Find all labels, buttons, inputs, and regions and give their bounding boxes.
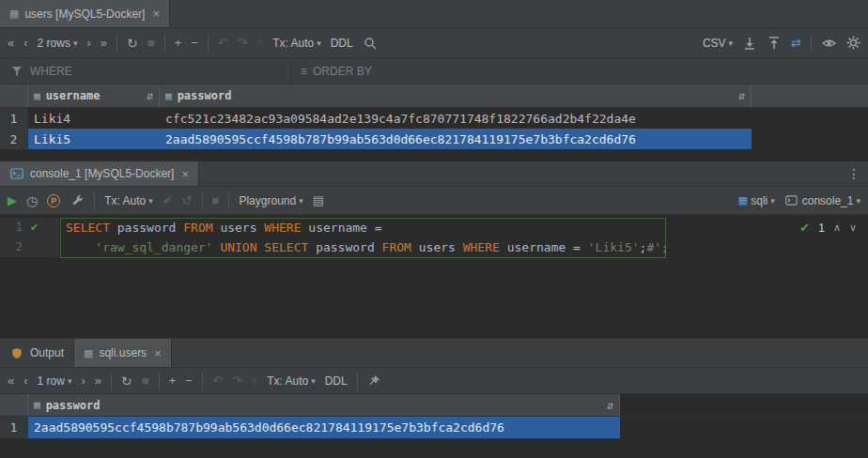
cell-username[interactable]: Liki5 [28,129,160,149]
schema-dropdown[interactable]: ▦sqli▾ [738,194,775,207]
sql-code-line[interactable]: SELECT password FROM users WHERE usernam… [58,218,382,237]
history-clock-icon[interactable]: ◷ [26,193,38,208]
chevron-down-icon: ▾ [729,38,734,48]
tab-users-grid[interactable]: ▦ users [MySQL5-Docker] × [0,0,170,27]
cell-password[interactable]: 2aad5890595ccf4598b787b99ab563d0d66ec821… [28,417,620,438]
wrench-icon[interactable] [70,193,85,208]
last-page-button[interactable]: » [101,36,107,50]
close-icon[interactable]: × [152,7,160,21]
parameters-icon[interactable]: P [47,194,60,207]
cell-password[interactable]: cfc521c23482ac93a09584ad2e139c4a7fc87077… [160,108,752,129]
editor-tab-bar: ▦ users [MySQL5-Docker] × [0,0,868,28]
next-page-button[interactable]: › [86,36,90,50]
submit-icon: ↑ [252,374,258,388]
statement-result-widget: ✔ 1 ∧ ∨ [799,221,857,235]
gear-icon[interactable] [845,36,860,51]
session-console-icon [784,193,799,208]
column-header-password[interactable]: ▦ password ⇵ [160,84,752,107]
page-size-dropdown[interactable]: 1 row▾ [38,374,72,388]
order-by-icon: ≡ [301,65,307,78]
playground-mode-dropdown[interactable]: Playground▾ [239,194,302,207]
add-row-button[interactable]: + [169,374,177,388]
search-icon[interactable] [363,36,378,51]
sort-icon[interactable]: ⇵ [607,399,613,412]
prev-page-button[interactable]: ‹ [23,374,27,388]
rollback-icon: ↺ [182,193,193,207]
tx-mode-dropdown[interactable]: Tx: Auto▾ [104,194,153,207]
prev-page-button[interactable]: ‹ [23,36,27,50]
funnel-icon [9,64,24,79]
splitter[interactable] [0,149,868,161]
where-filter-input[interactable]: WHERE [0,58,291,84]
undo-icon: ↶ [218,36,228,50]
tx-mode-dropdown[interactable]: Tx: Auto▾ [272,37,321,50]
page-size-dropdown[interactable]: 2 rows▾ [38,37,78,50]
tab-result-label: sqli.users [99,346,147,359]
add-row-button[interactable]: + [175,36,182,50]
next-result-icon[interactable]: ∨ [849,221,857,234]
sql-editor[interactable]: 1 ✔ SELECT password FROM users WHERE use… [0,215,868,338]
last-page-button[interactable]: » [95,374,101,388]
cell-username[interactable]: Liki4 [28,108,160,129]
prev-result-icon[interactable]: ∧ [833,221,841,234]
result-toolbar: « ‹ 1 row▾ › » ↻ ■ + − ↶ ↷ ↑ Tx: Auto▾ D… [0,368,868,394]
divider [159,373,160,389]
column-header-password[interactable]: ▦ password ⇵ [28,394,620,416]
delete-row-button[interactable]: − [185,374,193,388]
result-count: 1 [818,221,825,235]
tx-mode-dropdown[interactable]: Tx: Auto▾ [267,374,316,388]
output-layout-icon[interactable]: ▤ [313,193,324,207]
success-check-icon: ✔ [799,221,810,235]
chevron-down-icon: ▾ [317,38,321,48]
table-row-selected[interactable]: 1 2aad5890595ccf4598b787b99ab563d0d66ec8… [0,417,868,438]
chevron-down-icon: ▾ [68,376,72,386]
first-page-button[interactable]: « [8,374,14,388]
row-number: 1 [0,417,28,438]
refresh-icon[interactable]: ↻ [127,36,138,51]
column-icon: ▦ [34,399,40,411]
divider [208,35,209,52]
sql-code-line[interactable]: 'raw_sql_danger' UNION SELECT password F… [58,237,669,257]
first-page-button[interactable]: « [8,36,14,50]
export-data-icon[interactable] [742,36,757,51]
users-grid-header: ▦ username ⇵ ▦ password ⇵ [0,84,868,108]
import-data-icon[interactable] [767,36,782,51]
column-icon: ▦ [165,90,172,102]
sort-icon[interactable]: ⇵ [147,89,153,102]
view-options-eye-icon[interactable] [821,36,836,51]
tab-output[interactable]: Output [0,339,74,367]
editor-line[interactable]: 2 'raw_sql_danger' UNION SELECT password… [0,237,868,257]
cell-password[interactable]: 2aad5890595ccf4598b787b99ab563d0d66ec821… [160,129,752,149]
tab-console-label: console_1 [MySQL5-Docker] [30,167,174,180]
divider [228,192,229,209]
console-icon [9,166,24,181]
row-filler [752,129,868,149]
delete-row-button[interactable]: − [191,36,198,50]
run-icon[interactable]: ▶ [8,193,17,207]
ddl-button[interactable]: DDL [331,37,353,50]
table-row-selected[interactable]: 2 Liki5 2aad5890595ccf4598b787b99ab563d0… [0,129,868,149]
tab-result-grid[interactable]: ▦ sqli.users × [74,339,172,367]
export-format-dropdown[interactable]: CSV▾ [703,37,733,50]
line-number: 1 [0,218,23,237]
pin-tab-icon[interactable] [367,374,382,389]
order-by-filter-input[interactable]: ≡ ORDER BY [291,58,381,84]
close-icon[interactable]: × [154,346,162,360]
row-number-header [0,84,28,107]
compare-sync-icon[interactable]: ⇄ [791,36,801,50]
more-options-icon[interactable]: ⋮ [840,166,868,181]
next-page-button[interactable]: › [81,374,85,388]
table-row[interactable]: 1 Liki4 cfc521c23482ac93a09584ad2e139c4a… [0,108,868,129]
table-icon: ▦ [9,8,19,20]
editor-line[interactable]: 1 ✔ SELECT password FROM users WHERE use… [0,218,868,237]
divider [164,35,165,52]
grid-toolbar: « ‹ 2 rows▾ › » ↻ ■ + − ↶ ↷ ↑ Tx: Auto▾ … [0,28,868,58]
tab-console[interactable]: console_1 [MySQL5-Docker] × [0,161,199,186]
ddl-button[interactable]: DDL [325,374,348,388]
column-header-username[interactable]: ▦ username ⇵ [28,84,160,107]
close-icon[interactable]: × [181,167,189,181]
console-tab-bar: console_1 [MySQL5-Docker] × ⋮ [0,161,868,187]
sort-icon[interactable]: ⇵ [738,89,745,102]
session-dropdown[interactable]: console_1▾ [784,193,860,208]
refresh-icon[interactable]: ↻ [121,374,132,389]
